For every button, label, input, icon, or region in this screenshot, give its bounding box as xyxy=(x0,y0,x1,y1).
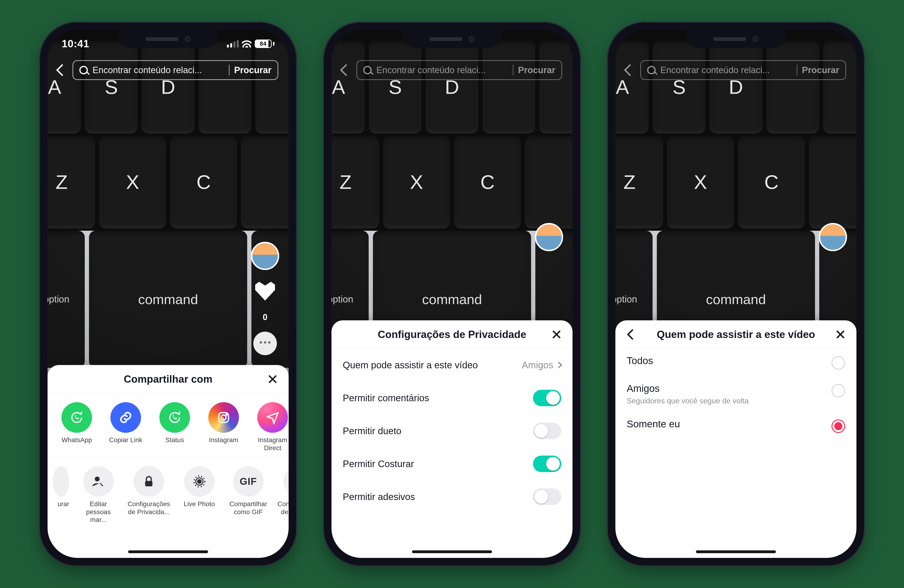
back-icon[interactable] xyxy=(624,64,636,76)
share-app-copy-link[interactable]: Copiar Link xyxy=(106,402,145,452)
status-bar: 10:41 84 xyxy=(47,34,289,53)
setting-label: Quem pode assistir a este vídeo xyxy=(343,360,478,370)
like-button[interactable] xyxy=(253,279,277,303)
top-nav: Encontrar conteúdo relaci... Procurar xyxy=(47,58,289,82)
search-field[interactable]: Encontrar conteúdo relaci... Procurar xyxy=(640,60,846,80)
setting-toggle-row[interactable]: Permitir adesivos xyxy=(332,480,572,513)
share-app-instagram-direct[interactable]: Instagram Direct xyxy=(253,402,289,452)
setting-label: Permitir Costurar xyxy=(343,459,414,469)
share-app-status[interactable]: Status xyxy=(155,402,194,452)
setting-who-can-watch[interactable]: Quem pode assistir a este vídeo Amigos xyxy=(332,348,572,381)
screen: ASD ZXC optioncommand 10:41 84 xyxy=(47,30,289,558)
privacy-lock-icon xyxy=(133,466,164,497)
cell-signal-icon xyxy=(227,40,239,47)
action-peek[interactable]: urar xyxy=(47,466,69,524)
battery-indicator: 84 xyxy=(255,39,275,48)
toggle-switch[interactable] xyxy=(533,456,561,472)
setting-label: Permitir dueto xyxy=(343,426,401,436)
svg-point-1 xyxy=(221,415,226,420)
phone-frame: ASD ZXC optioncommand 10:41 84 xyxy=(39,22,297,566)
copy-link-icon xyxy=(111,402,141,433)
setting-value: Amigos xyxy=(522,360,561,370)
visibility-option[interactable]: Todos xyxy=(615,348,857,376)
like-count: 0 xyxy=(263,312,267,322)
device-notch xyxy=(686,30,785,48)
engagement-rail: 0 0 xyxy=(251,242,279,374)
who-can-watch-sheet: Quem pode assistir a este vídeo TodosAmi… xyxy=(615,320,857,558)
setting-toggle-row[interactable]: Permitir Costurar xyxy=(332,447,572,480)
who-sheet-title: Quem pode assistir a este vídeo xyxy=(657,329,815,341)
svg-rect-4 xyxy=(145,481,153,486)
radio-button[interactable] xyxy=(831,384,845,397)
whatsapp-status-icon xyxy=(160,402,190,433)
svg-point-2 xyxy=(226,414,228,415)
engagement-rail xyxy=(535,223,563,251)
option-label: Amigos xyxy=(627,383,825,394)
author-avatar[interactable] xyxy=(535,223,563,251)
home-indicator[interactable] xyxy=(412,550,492,553)
option-label: Todos xyxy=(627,355,825,366)
radio-button[interactable] xyxy=(831,356,845,370)
action-edit-people[interactable]: Editar pessoas mar... xyxy=(79,466,118,524)
device-notch xyxy=(403,30,501,48)
radio-button[interactable] xyxy=(831,419,845,433)
visibility-option[interactable]: Somente eu xyxy=(615,412,857,440)
status-time: 10:41 xyxy=(62,38,90,50)
toggle-switch[interactable] xyxy=(533,489,561,505)
action-live-photo[interactable]: Live Photo xyxy=(180,466,219,524)
setting-toggle-row[interactable]: Permitir comentários xyxy=(332,381,572,415)
toggle-switch[interactable] xyxy=(533,390,561,406)
search-field[interactable]: Encontrar conteúdo relaci... Procurar xyxy=(356,60,562,80)
share-sheet-title: Compartilhar com xyxy=(124,373,213,385)
search-icon xyxy=(79,66,88,74)
author-avatar[interactable] xyxy=(251,242,279,270)
privacy-sheet-title: Configurações de Privacidade xyxy=(378,329,526,341)
top-nav: Encontrar conteúdo relaci... Procurar xyxy=(615,58,857,82)
close-icon[interactable] xyxy=(834,328,847,341)
instagram-icon xyxy=(209,402,239,433)
share-apps-row[interactable]: WhatsApp Copiar Link Status xyxy=(47,393,289,457)
home-indicator[interactable] xyxy=(128,550,208,553)
share-gif-icon: GIF xyxy=(233,466,264,497)
svg-point-5 xyxy=(198,479,201,483)
visibility-option[interactable]: AmigosSeguidores que você segue de volta xyxy=(615,376,857,412)
option-subtitle: Seguidores que você segue de volta xyxy=(627,397,825,405)
ads-settings-icon xyxy=(283,466,289,497)
search-icon xyxy=(647,66,656,74)
chevron-right-icon xyxy=(556,362,562,368)
setting-label: Permitir adesivos xyxy=(343,492,415,502)
screen: ASD ZXC optioncommand Encontrar conteúdo… xyxy=(332,30,572,558)
top-nav: Encontrar conteúdo relaci... Procurar xyxy=(332,58,572,82)
screen: ASD ZXC optioncommand Encontrar conteúdo… xyxy=(615,30,857,558)
close-icon[interactable] xyxy=(266,372,279,386)
back-icon[interactable] xyxy=(340,64,352,76)
action-peek-icon xyxy=(53,466,69,497)
search-icon xyxy=(363,66,372,74)
phone-frame: ASD ZXC optioncommand Encontrar conteúdo… xyxy=(323,22,581,566)
author-avatar[interactable] xyxy=(819,223,847,251)
option-label: Somente eu xyxy=(627,418,825,430)
share-actions-row[interactable]: urar Editar pessoas mar... Configurações… xyxy=(47,457,289,529)
share-app-instagram[interactable]: Instagram xyxy=(204,402,243,452)
action-privacy-settings[interactable]: Configurações de Privacida... xyxy=(128,466,170,524)
share-sheet: Compartilhar com WhatsApp Copia xyxy=(47,365,289,558)
action-ads-settings[interactable]: Configurações de anúncios xyxy=(278,466,289,524)
share-app-whatsapp[interactable]: WhatsApp xyxy=(57,402,96,452)
live-photo-icon xyxy=(184,466,215,497)
search-field[interactable]: Encontrar conteúdo relaci... Procurar xyxy=(73,60,278,80)
search-placeholder: Encontrar conteúdo relaci... xyxy=(93,65,224,75)
wifi-icon xyxy=(242,40,251,47)
phone-frame: ASD ZXC optioncommand Encontrar conteúdo… xyxy=(607,22,865,566)
close-icon[interactable] xyxy=(550,328,563,341)
back-icon[interactable] xyxy=(56,64,68,76)
toggle-switch[interactable] xyxy=(533,422,561,439)
comment-button[interactable] xyxy=(253,332,277,355)
sheet-back-icon[interactable] xyxy=(625,328,638,341)
privacy-settings-sheet: Configurações de Privacidade Quem pode a… xyxy=(332,320,572,558)
home-indicator[interactable] xyxy=(696,550,776,553)
action-share-gif[interactable]: GIF Compartilhar como GIF xyxy=(229,466,268,524)
edit-people-icon xyxy=(83,466,114,497)
search-action-label[interactable]: Procurar xyxy=(234,65,272,75)
instagram-direct-icon xyxy=(257,402,288,433)
setting-toggle-row[interactable]: Permitir dueto xyxy=(332,415,572,447)
